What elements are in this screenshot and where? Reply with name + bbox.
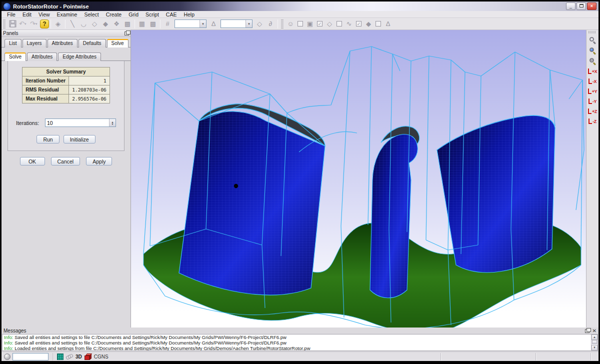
axis-icon (588, 68, 592, 74)
command-input[interactable] (12, 353, 48, 360)
view-minus-x-button[interactable]: -X (587, 76, 598, 86)
messages-header[interactable]: Messages ✕ (2, 328, 598, 334)
ok-button[interactable]: OK (20, 157, 45, 166)
restore-button[interactable] (576, 2, 586, 10)
tab-layers[interactable]: Layers (22, 39, 46, 48)
subtab-attributes[interactable]: Attributes (27, 52, 57, 61)
show-blocks-icon[interactable]: ▣ (305, 19, 315, 29)
zoom-to-selection-icon[interactable] (588, 56, 598, 66)
domains-visibility-checkbox[interactable] (336, 21, 342, 26)
spacing-icon[interactable]: Δ (208, 19, 218, 29)
zoom-to-fit-icon[interactable] (588, 46, 598, 56)
iterations-spin-buttons[interactable]: ▲▼ (109, 119, 116, 126)
panels-title: Panels (3, 30, 124, 36)
create-structured-domain-icon[interactable]: ◆ (100, 19, 110, 29)
title-bar[interactable]: RotorStatorRotor - Pointwise _ × (2, 2, 598, 11)
subtab-edge-attributes[interactable]: Edge Attributes (58, 52, 101, 61)
blocks-visibility-checkbox[interactable]: ✓ (317, 21, 322, 26)
mesh-mode-icon[interactable] (57, 354, 64, 360)
resize-grip[interactable] (590, 353, 598, 360)
scroll-down-icon[interactable]: ▼ (592, 345, 598, 350)
create-connector-icon[interactable]: ╲ (68, 19, 78, 29)
menu-examine[interactable]: Examine (54, 11, 81, 18)
toolbar-drag-handle[interactable] (281, 20, 284, 28)
menu-create[interactable]: Create (102, 11, 126, 18)
dimension-combo[interactable]: ▾ (174, 20, 206, 28)
status-section (536, 353, 590, 360)
menu-grid[interactable]: Grid (125, 11, 142, 18)
iterations-spinner[interactable]: 10 ▲▼ (45, 118, 116, 127)
layers-stack-icon[interactable]: ◈ (53, 19, 63, 29)
undo-dropdown-icon[interactable]: ▾ (24, 22, 28, 26)
axis-label: +Y (592, 89, 597, 94)
redo-dropdown-icon[interactable]: ▾ (36, 22, 39, 26)
show-database-icon[interactable]: ☺ (286, 19, 296, 29)
menu-cae[interactable]: CAE (162, 11, 180, 18)
show-domains-icon[interactable]: ◇ (324, 19, 334, 29)
tab-defaults[interactable]: Defaults (78, 39, 106, 48)
view-plus-x-button[interactable]: +X (587, 66, 598, 76)
view-minus-y-button[interactable]: -Y (587, 96, 598, 106)
boundary-condition-icon[interactable]: ∂ (266, 19, 276, 29)
toolbar-separator (278, 20, 278, 28)
menu-file[interactable]: File (4, 11, 19, 18)
3d-viewport[interactable] (131, 30, 586, 328)
create-block-icon[interactable]: ▩ (122, 19, 132, 29)
save-icon[interactable] (8, 19, 18, 29)
menu-edit[interactable]: Edit (19, 11, 35, 18)
spacings-visibility-checkbox[interactable] (376, 21, 381, 26)
axis-label: +Z (592, 109, 597, 114)
close-button[interactable]: × (587, 2, 596, 10)
panel-float-icon[interactable] (124, 32, 129, 36)
tab-list[interactable]: List (4, 39, 22, 48)
view-plus-z-button[interactable]: +Z (587, 106, 598, 116)
help-icon[interactable]: ? (40, 20, 49, 28)
turbine-mesh-scene (131, 30, 586, 328)
structured-grid-icon[interactable]: ▦ (137, 19, 147, 29)
tab-attributes[interactable]: Attributes (48, 39, 78, 48)
extrude-icon[interactable]: ❖ (112, 19, 122, 29)
connectors-visibility-checkbox[interactable]: ✓ (356, 21, 362, 26)
messages-close-icon[interactable]: ✕ (592, 328, 596, 334)
menu-view[interactable]: View (35, 11, 54, 18)
initialize-button[interactable]: Initialize (64, 135, 96, 144)
menu-help[interactable]: Help (180, 11, 198, 18)
minimize-button[interactable]: _ (566, 2, 576, 10)
point-entity[interactable] (234, 184, 238, 188)
spacing-combo[interactable]: ▾ (220, 20, 252, 28)
subtab-solve[interactable]: Solve (4, 52, 26, 61)
scrollbar-thumb[interactable] (592, 340, 597, 344)
apply-button[interactable]: Apply (86, 157, 112, 166)
create-domain-icon[interactable]: ◇ (90, 19, 100, 29)
dimension-combo-arrow-icon[interactable]: ▾ (200, 20, 206, 28)
menu-select[interactable]: Select (80, 11, 102, 18)
undo-icon[interactable]: ↶▾ (18, 19, 28, 29)
spacing-combo-arrow-icon[interactable]: ▾ (246, 20, 252, 28)
toolbar-drag-handle[interactable] (3, 20, 6, 28)
redo-icon[interactable]: ↷▾ (30, 19, 40, 29)
show-spacings-icon[interactable]: ◆ (364, 19, 374, 29)
axis-icon (588, 78, 592, 84)
show-sources-icon[interactable]: Δ (383, 19, 393, 29)
cancel-button[interactable]: Cancel (51, 157, 80, 166)
view-toolbar-drag-handle[interactable] (588, 31, 596, 34)
dimension-icon[interactable]: # (162, 19, 172, 29)
database-visibility-checkbox[interactable] (298, 21, 303, 26)
messages-scrollbar[interactable]: ▲ ▼ (591, 334, 598, 350)
menu-script[interactable]: Script (142, 11, 162, 18)
link-icon[interactable] (66, 354, 73, 359)
solve-domain-icon[interactable]: ◇ (254, 19, 264, 29)
run-button[interactable]: Run (36, 135, 59, 144)
panels-header[interactable]: Panels (2, 30, 130, 37)
tab-solve[interactable]: Solve (107, 39, 128, 48)
messages-float-icon[interactable] (585, 329, 590, 333)
view-minus-z-button[interactable]: -Z (587, 116, 598, 126)
create-curve-icon[interactable]: ◡ (78, 19, 88, 29)
messages-log[interactable]: Info: Saved all entities and settings to… (2, 334, 598, 351)
menu-bar: File Edit View Examine Select Create Gri… (2, 11, 598, 18)
scroll-up-icon[interactable]: ▲ (592, 334, 598, 340)
show-connectors-icon[interactable]: ∿ (344, 19, 354, 29)
unstructured-grid-icon[interactable]: ▩ (148, 19, 158, 29)
view-plus-y-button[interactable]: +Y (587, 86, 598, 96)
zoom-previous-icon[interactable] (588, 35, 598, 45)
